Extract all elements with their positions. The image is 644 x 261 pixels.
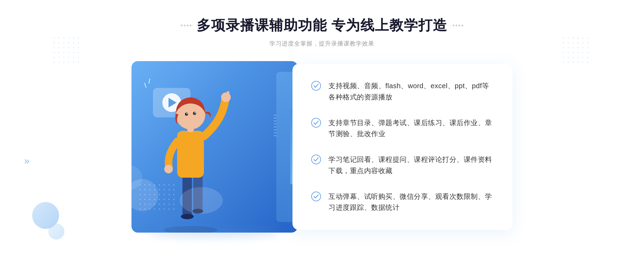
svg-point-15 bbox=[180, 187, 223, 214]
feature-item-1: 支持视频、音频、flash、word、excel、ppt、pdf等各种格式的资源… bbox=[311, 77, 494, 106]
svg-point-18 bbox=[312, 155, 321, 164]
check-icon-4 bbox=[311, 192, 321, 201]
svg-point-19 bbox=[312, 192, 321, 201]
feature-item-2: 支持章节目录、弹题考试、课后练习、课后作业、章节测验、批改作业 bbox=[311, 114, 494, 143]
feature-text-3: 学习笔记回看、课程提问、课程评论打分、课件资料下载，重点内容收藏 bbox=[328, 154, 494, 176]
feature-text-4: 互动弹幕、试听购买、微信分享、观看次数限制、学习进度跟踪、数据统计 bbox=[328, 191, 494, 213]
dot-decoration-top-right bbox=[563, 38, 590, 65]
svg-point-0 bbox=[164, 226, 217, 233]
page-container: 多项录播课辅助功能 专为线上教学打造 学习进度全掌握，提升录播课教学效果 bbox=[0, 0, 644, 261]
feature-item-4: 互动弹幕、试听购买、微信分享、观看次数限制、学习进度跟踪、数据统计 bbox=[311, 188, 494, 217]
svg-rect-13 bbox=[227, 91, 229, 99]
svg-point-14 bbox=[164, 165, 173, 173]
title-row: 多项录播课辅助功能 专为线上教学打造 bbox=[181, 16, 463, 35]
svg-point-10 bbox=[186, 113, 188, 114]
svg-point-17 bbox=[312, 118, 321, 127]
svg-rect-5 bbox=[177, 131, 204, 178]
svg-point-9 bbox=[193, 112, 196, 115]
chevron-left-icon: » bbox=[24, 155, 30, 167]
vertical-accent-bar bbox=[290, 109, 292, 184]
title-deco-right bbox=[453, 25, 463, 26]
main-title: 多项录播课辅助功能 专为线上教学打造 bbox=[197, 16, 447, 35]
check-icon-3 bbox=[311, 155, 321, 164]
feature-text-2: 支持章节目录、弹题考试、课后练习、课后作业、章节测验、批改作业 bbox=[328, 117, 494, 140]
light-ray-1 bbox=[144, 83, 147, 88]
person-illustration bbox=[148, 72, 233, 233]
content-area: 支持视频、音频、flash、word、excel、ppt、pdf等各种格式的资源… bbox=[131, 61, 513, 233]
header-section: 多项录播课辅助功能 专为线上教学打造 学习进度全掌握，提升录播课教学效果 bbox=[181, 16, 463, 48]
feature-text-1: 支持视频、音频、flash、word、excel、ppt、pdf等各种格式的资源… bbox=[328, 80, 494, 103]
illustration-card bbox=[131, 61, 298, 233]
feature-item-3: 学习笔记回看、课程提问、课程评论打分、课件资料下载，重点内容收藏 bbox=[311, 151, 494, 180]
svg-point-16 bbox=[312, 81, 321, 90]
features-panel: 支持视频、音频、flash、word、excel、ppt、pdf等各种格式的资源… bbox=[292, 64, 513, 230]
title-deco-left bbox=[181, 25, 191, 26]
svg-point-11 bbox=[195, 112, 196, 113]
sub-title: 学习进度全掌握，提升录播课教学效果 bbox=[181, 40, 463, 48]
svg-point-3 bbox=[181, 214, 194, 219]
dot-decoration-top-left bbox=[54, 38, 81, 65]
svg-point-8 bbox=[185, 113, 188, 116]
deco-circle-2 bbox=[118, 166, 142, 190]
blue-circle-decoration-2 bbox=[48, 223, 64, 240]
check-icon-1 bbox=[311, 81, 321, 91]
check-icon-2 bbox=[311, 118, 321, 128]
